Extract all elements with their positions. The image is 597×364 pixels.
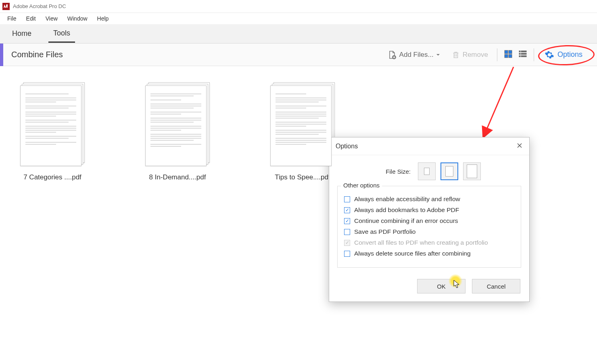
toolbar-separator (497, 48, 497, 61)
svg-rect-4 (509, 54, 512, 58)
menu-edit[interactable]: Edit (21, 14, 41, 23)
cancel-button[interactable]: Cancel (472, 279, 520, 293)
checkbox-icon (344, 251, 350, 257)
check-bookmarks[interactable]: ✓ Always add bookmarks to Adobe PDF (344, 206, 514, 214)
view-list-button[interactable] (518, 50, 527, 60)
app-icon (2, 3, 10, 10)
dialog-header: Options (329, 137, 529, 155)
options-dialog: Options File Size: Other options Always … (329, 137, 530, 302)
remove-label: Remove (463, 51, 488, 59)
svg-rect-9 (519, 56, 520, 57)
close-button[interactable] (515, 141, 524, 152)
menu-window[interactable]: Window (63, 14, 92, 23)
checkbox-icon: ✓ (344, 218, 350, 224)
check-label: Continue combining if an error occurs (354, 217, 458, 225)
checkbox-icon (344, 196, 350, 202)
file-size-medium[interactable] (440, 162, 458, 180)
check-label: Always add bookmarks to Adobe PDF (354, 206, 459, 214)
add-files-label: Add Files... (399, 51, 434, 59)
file-thumb-label: 7 Categories ....pdf (23, 173, 81, 181)
check-save-portfolio[interactable]: Save as PDF Portfolio (344, 228, 514, 235)
gear-icon (545, 50, 554, 60)
check-label: Save as PDF Portfolio (354, 228, 415, 235)
dialog-footer: OK Cancel (329, 273, 529, 302)
menu-help[interactable]: Help (92, 14, 114, 23)
other-options-fieldset: Other options Always enable accessibilit… (337, 186, 521, 268)
svg-rect-5 (519, 51, 520, 52)
dialog-title: Options (336, 143, 358, 150)
tab-tools[interactable]: Tools (48, 25, 75, 43)
file-size-label: File Size: (386, 168, 411, 175)
trash-icon (451, 50, 460, 59)
fieldset-legend: Other options (341, 182, 382, 189)
menubar: File Edit View Window Help (0, 13, 597, 24)
check-label: Always delete source files after combini… (354, 250, 471, 257)
toolbar: Combine Files Add Files... Remove (0, 44, 597, 66)
view-grid-button[interactable] (504, 50, 513, 60)
svg-rect-10 (521, 56, 526, 57)
svg-rect-6 (521, 51, 526, 52)
chevron-down-icon (436, 53, 440, 57)
options-label: Options (557, 50, 582, 59)
toolbar-separator-2 (534, 48, 534, 61)
add-files-button[interactable]: Add Files... (385, 48, 443, 61)
check-label: Convert all files to PDF when creating a… (354, 239, 488, 246)
add-file-icon (387, 50, 397, 60)
svg-rect-2 (509, 50, 512, 54)
file-thumb-label: 8 In-Demand....pdf (149, 173, 206, 181)
ok-button[interactable]: OK (417, 279, 465, 293)
file-thumb-0[interactable]: 7 Categories ....pdf (12, 82, 93, 181)
page-title: Combine Files (11, 50, 63, 59)
check-continue-on-error[interactable]: ✓ Continue combining if an error occurs (344, 217, 514, 225)
file-size-row: File Size: (337, 162, 521, 180)
titlebar: Adobe Acrobat Pro DC (0, 0, 597, 13)
accent-strip (0, 44, 3, 66)
tabbar: Home Tools (0, 24, 597, 44)
svg-rect-1 (505, 50, 508, 54)
check-delete-source[interactable]: Always delete source files after combini… (344, 250, 514, 257)
options-button[interactable]: Options (541, 48, 587, 61)
file-size-large[interactable] (463, 162, 481, 180)
check-accessibility[interactable]: Always enable accessibility and reflow (344, 196, 514, 203)
checkbox-icon: ✓ (344, 207, 350, 213)
file-size-small[interactable] (418, 162, 436, 180)
remove-button[interactable]: Remove (449, 49, 491, 61)
menu-view[interactable]: View (41, 14, 63, 23)
app-title: Adobe Acrobat Pro DC (13, 3, 66, 9)
svg-rect-3 (505, 54, 508, 58)
check-label: Always enable accessibility and reflow (354, 196, 460, 203)
menu-file[interactable]: File (2, 14, 21, 23)
svg-rect-7 (519, 53, 520, 54)
svg-rect-8 (521, 53, 526, 54)
checkbox-icon (344, 229, 350, 235)
close-icon (516, 142, 523, 149)
tab-home[interactable]: Home (7, 25, 36, 42)
check-convert-portfolio: ✓ Convert all files to PDF when creating… (344, 239, 514, 246)
checkbox-icon: ✓ (344, 240, 350, 246)
file-thumb-label: Tips to Spee....pdf (275, 173, 330, 181)
view-toggle (504, 50, 527, 60)
file-thumb-1[interactable]: 8 In-Demand....pdf (137, 82, 218, 181)
